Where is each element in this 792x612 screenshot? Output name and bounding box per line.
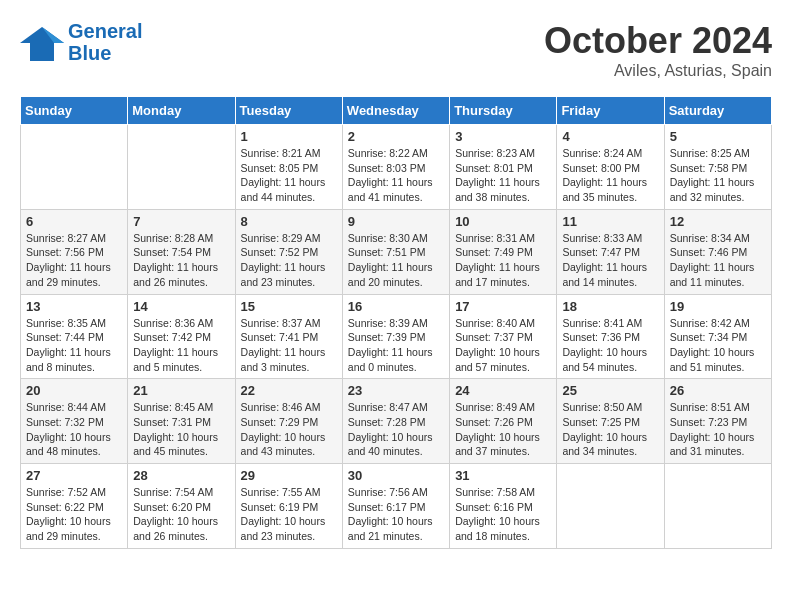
day-cell: 10Sunrise: 8:31 AMSunset: 7:49 PMDayligh… — [450, 209, 557, 294]
day-info: Sunrise: 8:21 AMSunset: 8:05 PMDaylight:… — [241, 146, 337, 205]
day-cell — [557, 464, 664, 549]
day-cell: 1Sunrise: 8:21 AMSunset: 8:05 PMDaylight… — [235, 125, 342, 210]
day-number: 31 — [455, 468, 551, 483]
day-info: Sunrise: 7:54 AMSunset: 6:20 PMDaylight:… — [133, 485, 229, 544]
day-cell: 30Sunrise: 7:56 AMSunset: 6:17 PMDayligh… — [342, 464, 449, 549]
day-number: 25 — [562, 383, 658, 398]
day-number: 15 — [241, 299, 337, 314]
day-number: 24 — [455, 383, 551, 398]
day-info: Sunrise: 8:35 AMSunset: 7:44 PMDaylight:… — [26, 316, 122, 375]
day-cell: 28Sunrise: 7:54 AMSunset: 6:20 PMDayligh… — [128, 464, 235, 549]
day-info: Sunrise: 8:36 AMSunset: 7:42 PMDaylight:… — [133, 316, 229, 375]
day-number: 22 — [241, 383, 337, 398]
svg-marker-0 — [20, 27, 64, 61]
page-header: General Blue October 2024 Aviles, Asturi… — [20, 20, 772, 80]
day-number: 19 — [670, 299, 766, 314]
day-cell: 27Sunrise: 7:52 AMSunset: 6:22 PMDayligh… — [21, 464, 128, 549]
day-info: Sunrise: 8:51 AMSunset: 7:23 PMDaylight:… — [670, 400, 766, 459]
day-info: Sunrise: 8:45 AMSunset: 7:31 PMDaylight:… — [133, 400, 229, 459]
day-number: 9 — [348, 214, 444, 229]
day-number: 29 — [241, 468, 337, 483]
day-number: 12 — [670, 214, 766, 229]
day-cell: 26Sunrise: 8:51 AMSunset: 7:23 PMDayligh… — [664, 379, 771, 464]
day-info: Sunrise: 8:44 AMSunset: 7:32 PMDaylight:… — [26, 400, 122, 459]
day-number: 11 — [562, 214, 658, 229]
weekday-header-row: SundayMondayTuesdayWednesdayThursdayFrid… — [21, 97, 772, 125]
day-cell: 31Sunrise: 7:58 AMSunset: 6:16 PMDayligh… — [450, 464, 557, 549]
weekday-tuesday: Tuesday — [235, 97, 342, 125]
weekday-thursday: Thursday — [450, 97, 557, 125]
day-cell — [128, 125, 235, 210]
day-cell: 29Sunrise: 7:55 AMSunset: 6:19 PMDayligh… — [235, 464, 342, 549]
day-number: 18 — [562, 299, 658, 314]
day-number: 6 — [26, 214, 122, 229]
day-number: 26 — [670, 383, 766, 398]
week-row-4: 20Sunrise: 8:44 AMSunset: 7:32 PMDayligh… — [21, 379, 772, 464]
day-info: Sunrise: 8:42 AMSunset: 7:34 PMDaylight:… — [670, 316, 766, 375]
day-cell: 7Sunrise: 8:28 AMSunset: 7:54 PMDaylight… — [128, 209, 235, 294]
day-info: Sunrise: 7:58 AMSunset: 6:16 PMDaylight:… — [455, 485, 551, 544]
day-cell: 18Sunrise: 8:41 AMSunset: 7:36 PMDayligh… — [557, 294, 664, 379]
day-cell: 13Sunrise: 8:35 AMSunset: 7:44 PMDayligh… — [21, 294, 128, 379]
weekday-wednesday: Wednesday — [342, 97, 449, 125]
day-info: Sunrise: 8:40 AMSunset: 7:37 PMDaylight:… — [455, 316, 551, 375]
day-info: Sunrise: 8:28 AMSunset: 7:54 PMDaylight:… — [133, 231, 229, 290]
day-cell: 3Sunrise: 8:23 AMSunset: 8:01 PMDaylight… — [450, 125, 557, 210]
day-number: 8 — [241, 214, 337, 229]
day-cell — [21, 125, 128, 210]
day-info: Sunrise: 8:22 AMSunset: 8:03 PMDaylight:… — [348, 146, 444, 205]
day-info: Sunrise: 7:55 AMSunset: 6:19 PMDaylight:… — [241, 485, 337, 544]
weekday-friday: Friday — [557, 97, 664, 125]
day-cell: 19Sunrise: 8:42 AMSunset: 7:34 PMDayligh… — [664, 294, 771, 379]
day-info: Sunrise: 8:50 AMSunset: 7:25 PMDaylight:… — [562, 400, 658, 459]
day-number: 23 — [348, 383, 444, 398]
day-number: 2 — [348, 129, 444, 144]
day-info: Sunrise: 8:37 AMSunset: 7:41 PMDaylight:… — [241, 316, 337, 375]
day-cell: 11Sunrise: 8:33 AMSunset: 7:47 PMDayligh… — [557, 209, 664, 294]
day-number: 10 — [455, 214, 551, 229]
day-number: 14 — [133, 299, 229, 314]
day-cell: 25Sunrise: 8:50 AMSunset: 7:25 PMDayligh… — [557, 379, 664, 464]
day-number: 28 — [133, 468, 229, 483]
weekday-saturday: Saturday — [664, 97, 771, 125]
day-info: Sunrise: 8:49 AMSunset: 7:26 PMDaylight:… — [455, 400, 551, 459]
week-row-5: 27Sunrise: 7:52 AMSunset: 6:22 PMDayligh… — [21, 464, 772, 549]
calendar-body: 1Sunrise: 8:21 AMSunset: 8:05 PMDaylight… — [21, 125, 772, 549]
logo: General Blue — [20, 20, 142, 64]
day-cell: 9Sunrise: 8:30 AMSunset: 7:51 PMDaylight… — [342, 209, 449, 294]
calendar-table: SundayMondayTuesdayWednesdayThursdayFrid… — [20, 96, 772, 549]
day-number: 4 — [562, 129, 658, 144]
week-row-2: 6Sunrise: 8:27 AMSunset: 7:56 PMDaylight… — [21, 209, 772, 294]
day-cell — [664, 464, 771, 549]
day-number: 5 — [670, 129, 766, 144]
day-number: 17 — [455, 299, 551, 314]
day-cell: 2Sunrise: 8:22 AMSunset: 8:03 PMDaylight… — [342, 125, 449, 210]
day-info: Sunrise: 8:31 AMSunset: 7:49 PMDaylight:… — [455, 231, 551, 290]
weekday-sunday: Sunday — [21, 97, 128, 125]
logo-blue: Blue — [68, 42, 142, 64]
day-cell: 6Sunrise: 8:27 AMSunset: 7:56 PMDaylight… — [21, 209, 128, 294]
day-cell: 16Sunrise: 8:39 AMSunset: 7:39 PMDayligh… — [342, 294, 449, 379]
day-info: Sunrise: 8:24 AMSunset: 8:00 PMDaylight:… — [562, 146, 658, 205]
day-info: Sunrise: 8:34 AMSunset: 7:46 PMDaylight:… — [670, 231, 766, 290]
day-number: 20 — [26, 383, 122, 398]
day-number: 1 — [241, 129, 337, 144]
weekday-monday: Monday — [128, 97, 235, 125]
day-cell: 5Sunrise: 8:25 AMSunset: 7:58 PMDaylight… — [664, 125, 771, 210]
logo-icon — [20, 23, 64, 61]
day-cell: 22Sunrise: 8:46 AMSunset: 7:29 PMDayligh… — [235, 379, 342, 464]
day-info: Sunrise: 8:29 AMSunset: 7:52 PMDaylight:… — [241, 231, 337, 290]
day-number: 30 — [348, 468, 444, 483]
day-cell: 4Sunrise: 8:24 AMSunset: 8:00 PMDaylight… — [557, 125, 664, 210]
location-title: Aviles, Asturias, Spain — [544, 62, 772, 80]
day-info: Sunrise: 8:25 AMSunset: 7:58 PMDaylight:… — [670, 146, 766, 205]
day-info: Sunrise: 8:27 AMSunset: 7:56 PMDaylight:… — [26, 231, 122, 290]
day-number: 16 — [348, 299, 444, 314]
day-cell: 24Sunrise: 8:49 AMSunset: 7:26 PMDayligh… — [450, 379, 557, 464]
day-cell: 17Sunrise: 8:40 AMSunset: 7:37 PMDayligh… — [450, 294, 557, 379]
day-number: 3 — [455, 129, 551, 144]
day-info: Sunrise: 8:41 AMSunset: 7:36 PMDaylight:… — [562, 316, 658, 375]
day-number: 7 — [133, 214, 229, 229]
day-info: Sunrise: 7:52 AMSunset: 6:22 PMDaylight:… — [26, 485, 122, 544]
day-info: Sunrise: 7:56 AMSunset: 6:17 PMDaylight:… — [348, 485, 444, 544]
